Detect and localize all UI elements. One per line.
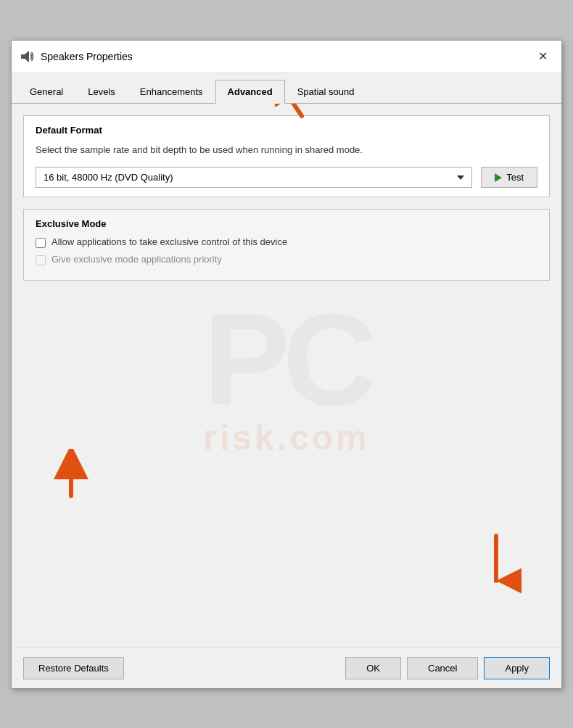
title-bar-left: Speakers Properties [20, 49, 133, 64]
close-button[interactable]: ✕ [532, 46, 553, 67]
arrow-to-apply-annotation [471, 529, 522, 597]
tab-spatial-sound[interactable]: Spatial sound [285, 80, 367, 104]
watermark: PC risk.com [203, 294, 370, 457]
cancel-button[interactable]: Cancel [407, 657, 478, 679]
exclusive-priority-checkbox[interactable] [36, 255, 46, 265]
tab-general[interactable]: General [17, 80, 75, 104]
exclusive-mode-label: Exclusive Mode [36, 218, 537, 229]
svg-marker-1 [25, 51, 29, 62]
tab-levels[interactable]: Levels [75, 80, 128, 104]
svg-rect-0 [21, 54, 25, 59]
arrow-to-apply-svg [471, 529, 522, 594]
bottom-bar: Restore Defaults OK Cancel Apply [12, 648, 561, 688]
format-row: 16 bit, 48000 Hz (DVD Quality) 16 bit, 4… [36, 167, 537, 188]
exclusive-control-checkbox[interactable] [36, 238, 46, 248]
exclusive-priority-label: Give exclusive mode applications priorit… [51, 254, 222, 265]
ok-button[interactable]: OK [345, 657, 401, 679]
arrow-to-checkbox-svg [46, 449, 96, 507]
exclusive-control-label[interactable]: Allow applications to take exclusive con… [51, 236, 287, 247]
play-icon [495, 173, 502, 182]
window-title: Speakers Properties [41, 51, 133, 62]
speakers-properties-window: Speakers Properties ✕ General Levels Enh… [11, 40, 562, 689]
format-select[interactable]: 16 bit, 48000 Hz (DVD Quality) 16 bit, 4… [36, 167, 472, 188]
arrow-to-checkbox-annotation [46, 449, 96, 510]
exclusive-control-row: Allow applications to take exclusive con… [36, 236, 537, 248]
restore-defaults-button[interactable]: Restore Defaults [23, 657, 124, 679]
tabs-bar: General Levels Enhancements Advanced Spa… [12, 73, 561, 104]
exclusive-mode-section: Exclusive Mode Allow applications to tak… [23, 209, 550, 281]
apply-button[interactable]: Apply [484, 657, 550, 679]
default-format-label: Default Format [36, 125, 537, 136]
dialog-buttons: OK Cancel Apply [345, 657, 550, 679]
default-format-description: Select the sample rate and bit depth to … [36, 143, 537, 157]
speaker-icon [20, 49, 35, 64]
content-area: PC risk.com Default Format Select the sa… [12, 104, 561, 648]
tab-advanced[interactable]: Advanced [215, 80, 285, 104]
default-format-section: Default Format Select the sample rate an… [23, 115, 550, 198]
test-button[interactable]: Test [481, 167, 537, 188]
tab-enhancements[interactable]: Enhancements [128, 80, 215, 104]
title-bar: Speakers Properties ✕ [12, 41, 561, 73]
exclusive-priority-row: Give exclusive mode applications priorit… [36, 254, 537, 265]
